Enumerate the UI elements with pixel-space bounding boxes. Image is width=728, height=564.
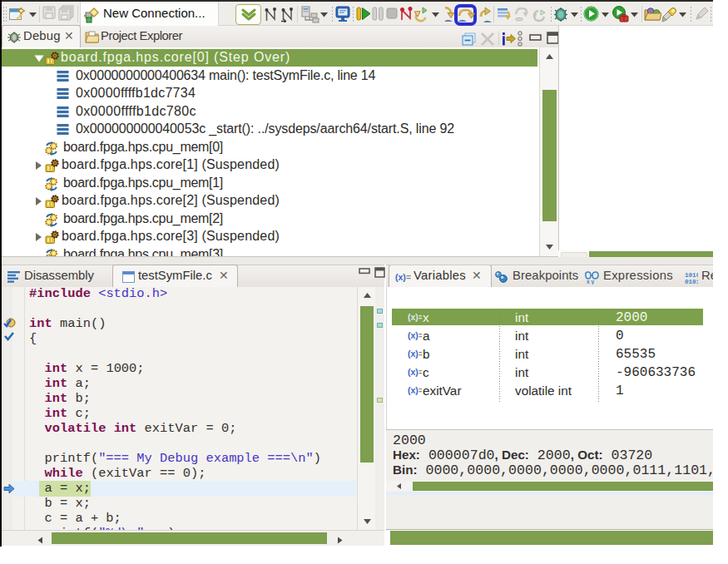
svg-text:(x): (x) bbox=[395, 273, 406, 282]
svg-text:(x): (x) bbox=[408, 349, 418, 359]
svg-text:=: = bbox=[418, 349, 422, 359]
svg-text:=: = bbox=[418, 330, 422, 340]
svg-text:1010: 1010 bbox=[685, 272, 698, 279]
svg-text:x y: x y bbox=[587, 279, 594, 284]
svg-text:=: = bbox=[418, 367, 422, 377]
svg-text:(x): (x) bbox=[408, 385, 418, 395]
svg-text:=: = bbox=[418, 385, 422, 395]
svg-text:=: = bbox=[406, 273, 411, 282]
svg-text:=: = bbox=[418, 312, 422, 322]
svg-text:(x): (x) bbox=[408, 330, 418, 340]
svg-text:(x): (x) bbox=[408, 312, 418, 322]
svg-text:(x): (x) bbox=[408, 367, 418, 377]
svg-text:0101: 0101 bbox=[685, 279, 698, 284]
